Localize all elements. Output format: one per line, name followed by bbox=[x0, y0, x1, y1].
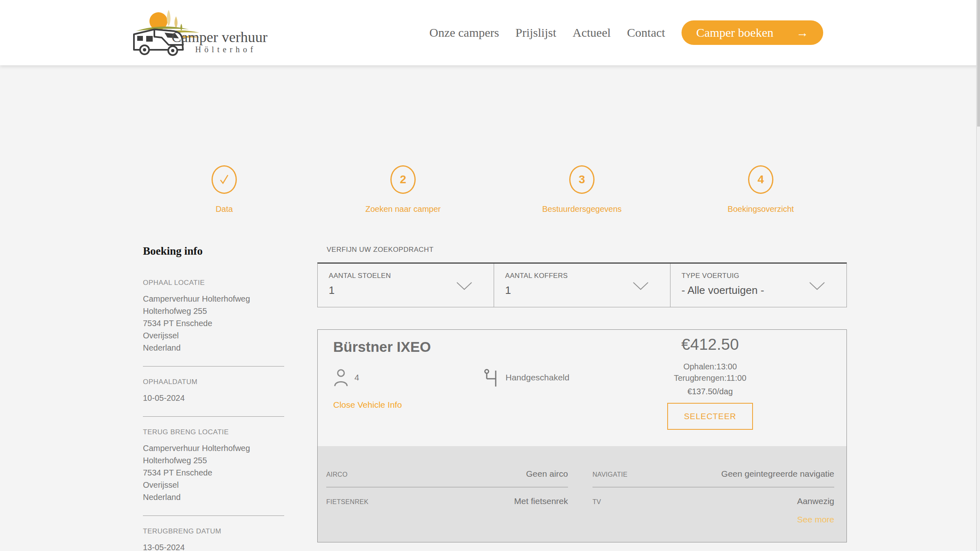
airco-label: AIRCO bbox=[326, 471, 347, 478]
filter-stoelen-label: AANTAL STOELEN bbox=[329, 272, 494, 280]
nav-item-contact[interactable]: Contact bbox=[627, 26, 665, 40]
selecteer-button[interactable]: SELECTEER bbox=[667, 403, 753, 430]
filter-type-label: TYPE VOERTUIG bbox=[682, 272, 846, 280]
chevron-down-icon bbox=[456, 282, 472, 291]
booking-info-panel: Boeking info OPHAAL LOCATIE Camperverhuu… bbox=[143, 245, 284, 551]
return-location-value: Camperverhuur Holterhofweg Holterhofweg … bbox=[143, 442, 284, 503]
pickup-date-label: OPHAALDATUM bbox=[143, 378, 284, 386]
pickup-location-value: Camperverhuur Holterhofweg Holterhofweg … bbox=[143, 293, 284, 354]
filter-aantal-koffers[interactable]: AANTAL KOFFERS 1 bbox=[494, 264, 670, 307]
step-4-label: Boekingsoverzicht bbox=[728, 204, 794, 214]
detail-row-fietsenrek: FIETSENREK Met fietsenrek bbox=[326, 496, 568, 514]
step-4-circle: 4 bbox=[748, 165, 773, 194]
site-header: Camper verhuur Hölterhof Onze campers Pr… bbox=[0, 0, 980, 65]
details-col-left: AIRCO Geen airco FIETSENREK Met fietsenr… bbox=[326, 469, 568, 514]
logo[interactable]: Camper verhuur Hölterhof bbox=[130, 3, 301, 60]
divider bbox=[143, 366, 284, 367]
camper-boeken-label: Camper boeken bbox=[696, 26, 773, 40]
nav-item-prijslijst[interactable]: Prijslijst bbox=[515, 26, 556, 40]
search-filters: AANTAL STOELEN 1 AANTAL KOFFERS 1 TYPE V… bbox=[317, 262, 847, 307]
gearshift-icon bbox=[483, 369, 500, 387]
return-date-label: TERUGBRENG DATUM bbox=[143, 527, 284, 535]
divider bbox=[143, 515, 284, 516]
pickup-date-value: 10-05-2024 bbox=[143, 392, 284, 404]
filter-aantal-stoelen[interactable]: AANTAL STOELEN 1 bbox=[318, 264, 494, 307]
logo-subtitle: Hölterhof bbox=[195, 45, 256, 54]
person-icon bbox=[333, 369, 349, 387]
step-3-circle: 3 bbox=[569, 165, 595, 194]
tv-label: TV bbox=[592, 498, 601, 506]
nav-item-actueel[interactable]: Actueel bbox=[572, 26, 610, 40]
filter-koffers-label: AANTAL KOFFERS bbox=[505, 272, 670, 280]
pickup-time: Ophalen:13:00 bbox=[624, 361, 796, 372]
seat-count: 4 bbox=[354, 373, 359, 382]
close-vehicle-info-link[interactable]: Close Vehicle Info bbox=[333, 400, 402, 410]
step-3-label: Bestuurdersgegevens bbox=[542, 204, 622, 214]
price-total: €412.50 bbox=[624, 335, 796, 353]
arrow-right-icon: → bbox=[796, 27, 808, 39]
progress-steps: Data 2 Zoeken naar camper 3 Bestuurdersg… bbox=[135, 165, 850, 214]
fietsenrek-value: Met fietsenrek bbox=[514, 496, 568, 506]
main-nav: Onze campers Prijslijst Actueel Contact … bbox=[430, 0, 824, 65]
step-2-circle: 2 bbox=[390, 165, 416, 194]
tv-value: Aanwezig bbox=[797, 496, 834, 506]
step-2-label: Zoeken naar camper bbox=[365, 204, 441, 214]
transmission-label: Handgeschakeld bbox=[506, 373, 569, 382]
vehicle-details-panel: AIRCO Geen airco FIETSENREK Met fietsenr… bbox=[318, 446, 846, 542]
step-zoeken[interactable]: 2 Zoeken naar camper bbox=[314, 165, 492, 214]
camper-boeken-button[interactable]: Camper boeken → bbox=[682, 20, 823, 45]
logo-title: Camper verhuur bbox=[172, 29, 267, 46]
detail-row-tv: TV Aanwezig bbox=[592, 496, 834, 514]
check-icon bbox=[218, 173, 230, 186]
vehicle-name: Bürstner IXEO bbox=[333, 339, 431, 355]
price-column: €412.50 Ophalen:13:00 Terugbrengen:11:00… bbox=[624, 335, 796, 430]
pickup-location-label: OPHAAL LOCATIE bbox=[143, 279, 284, 287]
return-date-value: 13-05-2024 bbox=[143, 541, 284, 551]
detail-row-navigatie: NAVIGATIE Geen geintegreerde navigatie bbox=[592, 469, 834, 487]
booking-page: Camper verhuur Hölterhof Onze campers Pr… bbox=[0, 0, 980, 551]
airco-value: Geen airco bbox=[526, 469, 568, 479]
navigatie-label: NAVIGATIE bbox=[592, 471, 628, 478]
navigatie-value: Geen geintegreerde navigatie bbox=[721, 469, 834, 479]
return-location-label: TERUG BRENG LOCATIE bbox=[143, 428, 284, 436]
details-grid: AIRCO Geen airco FIETSENREK Met fietsenr… bbox=[326, 469, 834, 514]
return-time: Terugbrengen:11:00 bbox=[624, 372, 796, 384]
step-1-circle bbox=[212, 165, 237, 194]
see-more-link[interactable]: See more bbox=[797, 515, 834, 524]
detail-row-airco: AIRCO Geen airco bbox=[326, 469, 568, 487]
pickup-return-times: Ophalen:13:00 Terugbrengen:11:00 bbox=[624, 361, 796, 384]
vehicle-card: Bürstner IXEO 4 Handgeschakeld Close Veh… bbox=[317, 329, 847, 542]
chevron-down-icon bbox=[809, 282, 825, 291]
step-1-label: Data bbox=[216, 204, 233, 214]
details-col-right: NAVIGATIE Geen geintegreerde navigatie T… bbox=[592, 469, 834, 514]
page-scrollbar[interactable] bbox=[976, 0, 980, 551]
scrollbar-thumb[interactable] bbox=[977, 0, 980, 127]
nav-item-onze-campers[interactable]: Onze campers bbox=[430, 26, 499, 40]
step-overzicht[interactable]: 4 Boekingsoverzicht bbox=[671, 165, 850, 214]
step-bestuurder[interactable]: 3 Bestuurdersgegevens bbox=[492, 165, 671, 214]
price-per-day: €137.50/dag bbox=[624, 387, 796, 396]
divider bbox=[143, 416, 284, 417]
filter-type-voertuig[interactable]: TYPE VOERTUIG - Alle voertuigen - bbox=[670, 264, 846, 307]
step-data[interactable]: Data bbox=[135, 165, 314, 214]
chevron-down-icon bbox=[633, 282, 649, 291]
fietsenrek-label: FIETSENREK bbox=[326, 498, 368, 506]
refine-search-title: VERFIJN UW ZOEKOPDRACHT bbox=[327, 246, 434, 254]
booking-info-title: Boeking info bbox=[143, 245, 284, 258]
